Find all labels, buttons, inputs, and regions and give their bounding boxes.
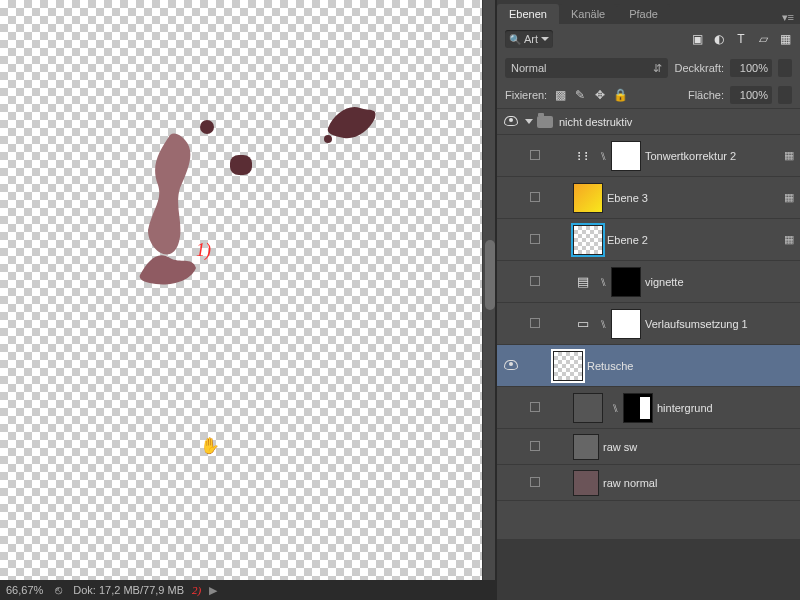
visibility-toggle[interactable] [525,402,545,414]
filter-smart-icon[interactable]: ▦ [778,32,792,46]
fill-stepper[interactable] [778,86,792,104]
layer-row[interactable]: ⫶⫶ ⑊ Tonwertkorrektur 2 ▦ [497,135,800,177]
filter-image-icon[interactable]: ▣ [690,32,704,46]
panel-footer [497,540,800,600]
vertical-scrollbar[interactable] [482,0,496,580]
chevron-down-icon [541,37,549,41]
layer-list: nicht destruktiv ⫶⫶ ⑊ Tonwertkorrektur 2… [497,108,800,540]
lock-move-icon[interactable]: ✥ [593,88,607,102]
document-canvas[interactable]: 1) ✋ [0,0,496,580]
layer-filter-type[interactable]: 🔍 Art [505,30,553,48]
layer-group[interactable]: nicht destruktiv [497,109,800,135]
layer-row[interactable]: Ebene 3 ▦ [497,177,800,219]
visibility-toggle[interactable] [525,150,545,162]
layer-row[interactable]: ▤ ⑊ vignette [497,261,800,303]
fill-label: Fläche: [688,89,724,101]
mask-thumb[interactable] [611,267,641,297]
paint-stroke [320,100,380,145]
layer-thumb[interactable] [573,393,603,423]
paint-stroke [130,240,200,290]
lock-brush-icon[interactable]: ✎ [573,88,587,102]
layer-thumb[interactable] [573,183,603,213]
levels-icon: ⫶⫶ [573,148,593,163]
visibility-toggle[interactable] [525,234,545,246]
zoom-level[interactable]: 66,67% [6,584,43,596]
paint-dot [200,120,214,134]
smart-object-thumb[interactable] [573,470,599,496]
visibility-toggle[interactable] [497,116,525,128]
visibility-toggle[interactable] [497,360,525,372]
fill-input[interactable]: 100% [730,86,772,104]
lock-all-icon[interactable]: 🔒 [613,88,627,102]
visibility-toggle[interactable] [525,276,545,288]
opacity-label: Deckkraft: [674,62,724,74]
layer-thumb[interactable] [573,225,603,255]
link-icon[interactable]: ⑊ [609,402,621,414]
disclosure-icon[interactable] [525,119,533,124]
advanced-blend-icon[interactable]: ▦ [784,191,794,204]
visibility-toggle[interactable] [525,477,545,489]
advanced-blend-icon[interactable]: ▦ [784,233,794,246]
mask-thumb[interactable] [623,393,653,423]
layer-row[interactable]: raw sw [497,429,800,465]
link-icon[interactable]: ⑊ [597,318,609,330]
link-icon[interactable]: ⑊ [597,276,609,288]
filter-adjustment-icon[interactable]: ◐ [712,32,726,46]
layers-panel: Ebenen Kanäle Pfade ▾≡ 🔍 Art ▣ ◐ T ▱ ▦ N… [496,0,800,600]
opacity-stepper[interactable] [778,59,792,77]
layer-row[interactable]: raw normal [497,465,800,501]
exposure-icon: ▤ [573,274,593,289]
layer-row-selected[interactable]: Retusche [497,345,800,387]
smart-object-thumb[interactable] [573,434,599,460]
mask-thumb[interactable] [611,141,641,171]
filter-shape-icon[interactable]: ▱ [756,32,770,46]
tab-paths[interactable]: Pfade [617,4,670,24]
tab-channels[interactable]: Kanäle [559,4,617,24]
export-icon[interactable]: ⎋ [51,583,65,597]
paint-dot [230,155,252,175]
blend-mode-value: Normal [511,62,546,74]
opacity-input[interactable]: 100% [730,59,772,77]
gradient-map-icon: ▭ [573,316,593,331]
status-bar: 66,67% ⎋ Dok: 17,2 MB/77,9 MB 2) ▶ [0,580,496,600]
layer-row[interactable]: ▭ ⑊ Verlaufsumsetzung 1 [497,303,800,345]
filter-label: Art [524,33,538,45]
link-icon[interactable]: ⑊ [597,150,609,162]
search-icon: 🔍 [509,34,521,45]
annotation-1: 1) [196,240,211,261]
filter-type-icon[interactable]: T [734,32,748,46]
visibility-toggle[interactable] [525,318,545,330]
tab-layers[interactable]: Ebenen [497,4,559,24]
layer-row[interactable]: ⑊ hintergrund [497,387,800,429]
annotation-2: 2) [192,584,201,596]
doc-size: Dok: 17,2 MB/77,9 MB [73,584,184,596]
panel-menu-icon[interactable]: ▾≡ [776,11,800,24]
blend-mode-select[interactable]: Normal ⇵ [505,58,668,78]
mask-thumb[interactable] [611,309,641,339]
advanced-blend-icon[interactable]: ▦ [784,149,794,162]
lock-transparent-icon[interactable]: ▩ [553,88,567,102]
layer-row[interactable]: Ebene 2 ▦ [497,219,800,261]
hand-cursor-icon: ✋ [200,436,220,455]
visibility-toggle[interactable] [525,192,545,204]
lock-label: Fixieren: [505,89,547,101]
layer-thumb[interactable] [553,351,583,381]
folder-icon [537,116,553,128]
visibility-toggle[interactable] [525,441,545,453]
